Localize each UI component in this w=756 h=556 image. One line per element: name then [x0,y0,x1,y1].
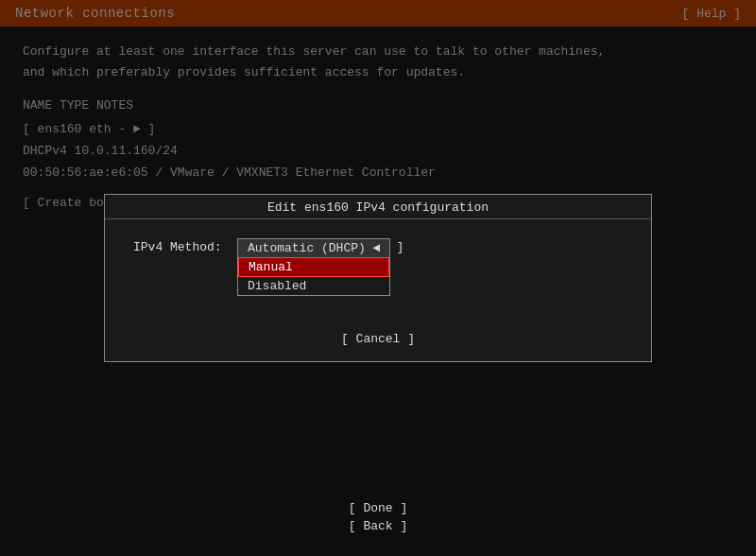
dialog-actions: [ Cancel ] [105,322,651,361]
dropdown-options[interactable]: Automatic (DHCP) ◄ Manual Disabled [237,238,390,296]
ipv4-method-label: IPv4 Method: [133,238,237,254]
back-button[interactable]: [ Back ] [349,519,407,533]
bottom-buttons: [ Done ] [ Back ] [0,501,756,533]
dialog-title: Edit ens160 IPv4 configuration [105,195,651,219]
ok-bracket: ] [396,238,404,254]
dialog-box: Edit ens160 IPv4 configuration IPv4 Meth… [104,194,652,362]
dropdown-item-manual[interactable]: Manual [238,257,389,277]
dropdown-item-automatic[interactable]: Automatic (DHCP) ◄ [238,239,389,257]
done-button[interactable]: [ Done ] [349,501,407,515]
dropdown-item-disabled[interactable]: Disabled [238,277,389,295]
ipv4-method-dropdown[interactable]: Automatic (DHCP) ◄ Manual Disabled [237,238,390,296]
modal-overlay: Edit ens160 IPv4 configuration IPv4 Meth… [0,0,756,556]
cancel-button[interactable]: [ Cancel ] [341,332,415,346]
ipv4-method-row: IPv4 Method: Automatic (DHCP) ◄ Manual D… [133,238,623,296]
dialog-body: IPv4 Method: Automatic (DHCP) ◄ Manual D… [105,219,651,322]
